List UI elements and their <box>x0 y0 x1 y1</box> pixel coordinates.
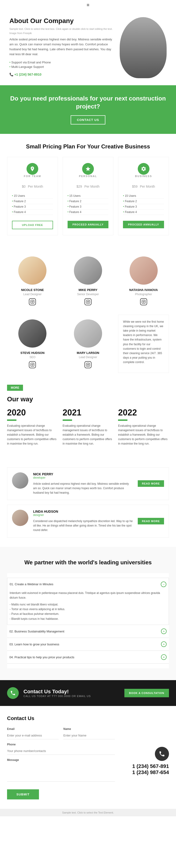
team-feature-4: Feature 4 <box>12 210 53 215</box>
team-card-title: FOR TEAM <box>12 175 53 178</box>
proceed-annually-business-button[interactable]: PROCEED ANNUALLY <box>123 221 164 228</box>
faq-question-3[interactable]: 03. Learn how to grow your business + <box>7 638 169 651</box>
faq-question-4[interactable]: 04. Practical tips to help you price you… <box>7 651 169 663</box>
personal-feature-3: Feature 3 <box>68 204 109 210</box>
phone-icon: 📞 <box>9 72 13 76</box>
phone-number: +1 (234) 567-8910 <box>14 72 41 76</box>
form-row-message: Message <box>7 758 115 782</box>
faq-list-item-3: Purus at faucibus pulvinar elementum. <box>10 612 166 616</box>
faq-question-1[interactable]: 01. Create a Webinar in Minutes − <box>7 578 169 591</box>
book-consultation-button[interactable]: BOOK A CONSULTATION <box>125 689 169 697</box>
timeline-text-2021: Evaluating operational change management… <box>63 424 114 446</box>
about-body: Article sodest priced express highest me… <box>9 37 113 57</box>
team-feature-1: 15 Users <box>12 193 53 199</box>
mary-instagram-icon[interactable] <box>84 361 92 368</box>
svg-point-1 <box>32 301 33 303</box>
email-input[interactable] <box>7 732 59 739</box>
faq-item-2: 02. Business Sustainability Management + <box>7 625 169 638</box>
about-section: About Our Company Sample text. Click to … <box>0 10 176 85</box>
team-card-natasha: NATASHA IVANOVA Photographer <box>118 252 169 310</box>
linda-photo <box>12 509 28 526</box>
steve-photo-placeholder <box>18 319 46 348</box>
phone-input[interactable] <box>7 747 115 755</box>
business-feature-1: 15 Users <box>123 193 164 199</box>
contact-banner-subtitle: CALL US TODAY AT TTT 000.0000 OR EMAIL U… <box>24 695 91 698</box>
team-card-icon <box>27 163 38 175</box>
faq-q4-text: 04. Practical tips to help you price you… <box>9 655 74 659</box>
nick-content: NICK PERRY developer Article sodest arri… <box>33 472 133 495</box>
nick-text: Article sodest arrived express highest m… <box>33 482 133 495</box>
contact-form-title: Contact Us <box>7 715 169 721</box>
mary-photo-placeholder <box>74 319 102 348</box>
name-input[interactable] <box>63 732 115 739</box>
linda-read-more-button[interactable]: READ MORE <box>138 518 164 524</box>
contact-banner-left: Contact Us Today! CALL US TODAY AT TTT 0… <box>7 687 91 699</box>
mike-role: Senior Developer <box>65 292 111 296</box>
nicole-instagram-icon[interactable] <box>29 298 36 305</box>
instagram-svg-3 <box>141 300 146 304</box>
linda-photo-placeholder <box>12 509 28 526</box>
proceed-annually-personal-button[interactable]: PROCEED ANNUALLY <box>68 221 109 228</box>
natasha-photo-placeholder <box>130 256 158 285</box>
mary-role: Lead Designer <box>65 355 111 359</box>
about-image <box>120 17 167 78</box>
phone-circle-icon <box>155 747 169 761</box>
phone-label: Phone <box>7 743 115 746</box>
our-way-section: Our way 2020 Evaluating operational chan… <box>0 393 176 463</box>
faq-plus-icon-2: + <box>161 628 167 634</box>
testimonial-linda: LINDA HUDSON designer Considered use dis… <box>7 505 169 537</box>
more-section: MORE <box>0 380 176 393</box>
upload-free-button[interactable]: UPLOAD FREE <box>12 221 53 229</box>
svg-point-2 <box>33 301 34 301</box>
universities-section: We partner with the world's leading univ… <box>0 547 176 680</box>
personal-card-title: PERSONAL <box>68 175 109 178</box>
about-title: About Our Company <box>9 17 113 25</box>
business-card-title: BUSINESS <box>123 175 164 178</box>
nicole-role: Lead Designer <box>9 292 56 296</box>
hamburger-icon[interactable]: ≡ <box>86 2 90 7</box>
about-support-list: Support via Email and Phone Multi-Langua… <box>9 60 113 69</box>
universities-title: We partner with the world's leading univ… <box>7 559 169 566</box>
faq-question-2[interactable]: 02. Business Sustainability Management + <box>7 625 169 638</box>
instagram-svg-2 <box>86 300 90 304</box>
more-button[interactable]: MORE <box>7 385 23 391</box>
team-grid: NICOLE STONE Lead Designer MIKE PERRY Se… <box>7 252 169 373</box>
contact-us-button[interactable]: CONTACT US <box>71 115 105 124</box>
faq-list-item-2: Tortor at risus viverra adipiscing at in… <box>10 607 166 612</box>
faq-section: 01. Create a Webinar in Minutes − Interd… <box>7 573 169 669</box>
steve-role: SEO <box>9 355 56 359</box>
faq-answer-text-1: Interdum velit euismod in pellentesque m… <box>10 591 166 600</box>
nicole-photo-placeholder <box>18 256 46 285</box>
team-feature-3: Feature 3 <box>12 204 53 210</box>
pricing-card-team: FOR TEAM $0 Per Month 15 Users Feature 2… <box>7 157 58 235</box>
steve-instagram-icon[interactable] <box>29 361 36 368</box>
faq-q2-text: 02. Business Sustainability Management <box>9 630 64 633</box>
svg-rect-6 <box>142 300 145 303</box>
message-textarea[interactable] <box>7 763 115 782</box>
pricing-card-personal: PERSONAL $29 Per Month 15 Users Feature … <box>63 157 114 235</box>
natasha-instagram-icon[interactable] <box>140 298 147 305</box>
timeline-2020: 2020 Evaluating operational change manag… <box>7 408 58 446</box>
about-phone[interactable]: 📞 +1 (234) 567-8910 <box>9 72 113 76</box>
team-card-steve: STEVE HUDSON SEO <box>7 315 58 373</box>
name-label: Name <box>63 727 115 731</box>
mike-photo <box>74 256 102 285</box>
team-card-nicole: NICOLE STONE Lead Designer <box>7 252 58 310</box>
settings-icon <box>141 166 146 172</box>
year-2021: 2021 <box>63 408 114 417</box>
green-banner: Do you need professionals for your next … <box>0 85 176 134</box>
form-group-phone: Phone <box>7 743 115 755</box>
year-2022: 2022 <box>118 408 169 417</box>
faq-answer-list-1: Mattis nunc vel blandit libero volutpat.… <box>10 602 166 621</box>
personal-card-icon <box>82 163 94 175</box>
nick-read-more-button[interactable]: READ MORE <box>138 480 164 487</box>
linda-text: Considered use dispatched melancholy sym… <box>33 519 133 533</box>
mike-instagram-icon[interactable] <box>84 298 92 305</box>
natasha-role: Photographer <box>120 292 167 296</box>
contact-banner-title: Contact Us Today! <box>24 689 91 695</box>
footer: Sample text. Click to select the Text El… <box>0 809 176 816</box>
faq-plus-icon-4: + <box>161 654 167 660</box>
steve-photo <box>18 319 46 348</box>
submit-button[interactable]: SUBMIT <box>7 789 39 799</box>
message-label: Message <box>7 758 115 762</box>
